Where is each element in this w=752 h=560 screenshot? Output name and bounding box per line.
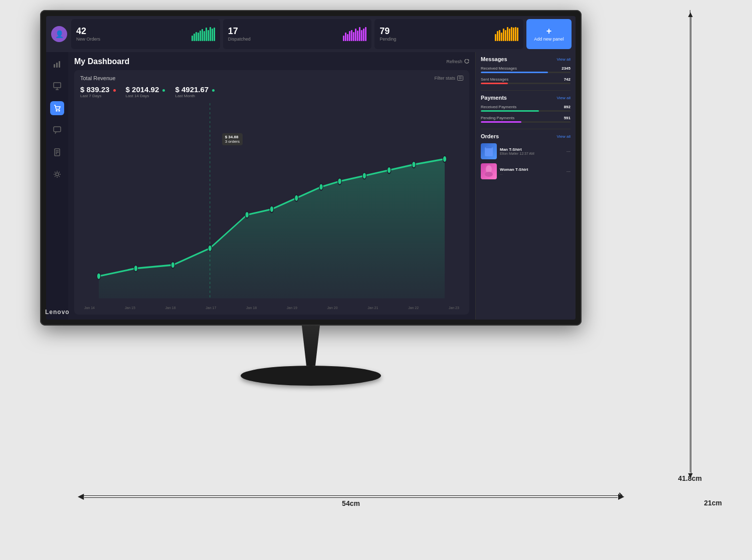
svg-point-21 — [245, 211, 249, 218]
pending-number: 79 — [380, 27, 396, 36]
chart-label-8: Jan 22 — [408, 306, 419, 310]
svg-point-22 — [270, 206, 273, 212]
received-payments-bar — [481, 110, 571, 112]
order-thumb-1 — [481, 163, 497, 179]
order-menu-0[interactable]: ··· — [567, 149, 571, 154]
order-info-1: Woman T-Shirt ... — [500, 167, 563, 175]
svg-rect-14 — [458, 76, 463, 81]
height-dimension: 41.8cm — [678, 10, 702, 482]
received-messages-count: 2345 — [561, 66, 571, 71]
orders-label: New Orders — [76, 37, 100, 42]
tooltip-orders: 3 orders — [225, 139, 240, 144]
svg-point-27 — [387, 167, 391, 173]
svg-point-26 — [362, 172, 366, 179]
add-panel-plus-icon: + — [546, 27, 552, 36]
sidebar-item-chat[interactable] — [50, 123, 64, 137]
sidebar-item-settings[interactable] — [50, 167, 64, 181]
monitor-screen: 👤 42 New Orders — [46, 16, 576, 320]
avatar-area: 👤 — [50, 19, 68, 49]
received-payments-label: Received Payments — [481, 105, 516, 109]
svg-point-13 — [56, 173, 59, 176]
height-line — [691, 14, 691, 476]
sidebar-item-shopping[interactable] — [50, 101, 64, 115]
order-sub-1: ... — [500, 172, 563, 175]
top-stats-bar: 👤 42 New Orders — [46, 16, 576, 52]
divider-1 — [481, 90, 571, 91]
svg-rect-32 — [486, 146, 492, 148]
avatar: 👤 — [51, 26, 67, 42]
order-menu-1[interactable]: ··· — [567, 169, 571, 174]
orders-section: Orders View all — [481, 133, 571, 179]
order-sub-0: Elton Møller 12:37 AM — [500, 152, 563, 155]
revenue-title: Total Revenue — [80, 75, 115, 81]
dispatched-label: Dispatched — [228, 37, 251, 42]
chart-tooltip: $ 34.88 3 orders — [222, 133, 243, 145]
svg-rect-1 — [56, 63, 58, 68]
chart-label-6: Jan 20 — [327, 306, 338, 310]
filter-stats-button[interactable]: Filter stats — [434, 76, 463, 81]
revenue-month-period: Last Month — [175, 94, 215, 98]
revenue-7days: $ 839.23 Last 7 Days — [80, 85, 116, 98]
stat-card-orders: 42 New Orders — [71, 19, 220, 49]
monitor-stand-base — [241, 366, 381, 386]
chart-label-2: Jan 16 — [165, 306, 176, 310]
chart-label-7: Jan 21 — [367, 306, 378, 310]
pending-chart — [495, 27, 518, 41]
sent-messages-fill — [481, 83, 508, 84]
payments-view-all[interactable]: View all — [557, 96, 571, 100]
svg-rect-0 — [54, 64, 55, 68]
received-messages-label: Received Messages — [481, 66, 517, 71]
svg-rect-8 — [54, 127, 61, 132]
svg-point-34 — [485, 172, 493, 177]
orders-number: 42 — [76, 27, 100, 36]
order-thumb-0 — [481, 143, 497, 159]
messages-section: Messages View all Received Messages 2345 — [481, 56, 571, 84]
received-messages-item: Received Messages 2345 — [481, 66, 571, 73]
svg-point-28 — [412, 161, 416, 168]
orders-header: Orders View all — [481, 133, 571, 139]
width-arrow-right: ▶ — [618, 491, 624, 501]
received-payments-item: Received Payments 892 — [481, 105, 571, 112]
add-panel-button[interactable]: + Add new panel — [526, 19, 572, 49]
revenue-month-value: $ 4921.67 — [175, 85, 215, 94]
revenue-14days: $ 2014.92 Last 14 Days — [126, 85, 165, 98]
order-name-0: Man T-Shirt — [500, 147, 563, 152]
right-panel: Messages View all Received Messages 2345 — [475, 52, 576, 320]
dashboard-header: My Dashboard Refresh — [74, 57, 469, 66]
messages-header: Messages View all — [481, 56, 571, 62]
sent-messages-bar — [481, 83, 571, 84]
chart-label-0: Jan 14 — [84, 306, 95, 310]
revenue-14days-period: Last 14 Days — [126, 94, 165, 98]
sidebar — [46, 52, 68, 320]
refresh-label: Refresh — [446, 59, 462, 64]
pending-payments-item: Pending Payments 591 — [481, 116, 571, 123]
pending-payments-bar — [481, 121, 571, 123]
svg-point-19 — [171, 261, 174, 268]
depth-label: 21cm — [704, 499, 722, 507]
received-messages-fill — [481, 72, 548, 73]
svg-rect-2 — [59, 61, 60, 68]
sidebar-item-document[interactable] — [50, 145, 64, 159]
sidebar-item-chart[interactable] — [50, 57, 64, 71]
dashboard-content: My Dashboard Refresh — [68, 52, 475, 320]
stat-card-pending: 79 Pending — [374, 19, 523, 49]
svg-point-17 — [97, 273, 100, 279]
add-panel-label: Add new panel — [534, 37, 564, 42]
received-payments-count: 892 — [564, 105, 571, 109]
orders-title: Orders — [481, 133, 499, 139]
sent-messages-label: Sent Messages — [481, 77, 508, 82]
sent-messages-count: 742 — [564, 77, 571, 82]
messages-title: Messages — [481, 56, 507, 62]
depth-dimension: 21cm — [704, 498, 722, 507]
pending-payments-fill — [481, 121, 521, 123]
pending-payments-count: 591 — [564, 116, 571, 120]
dispatched-chart — [343, 27, 366, 41]
refresh-button[interactable]: Refresh — [446, 59, 469, 64]
width-arrow-left: ◀ — [78, 491, 84, 501]
sidebar-item-presentation[interactable] — [50, 79, 64, 93]
received-payments-fill — [481, 110, 539, 112]
brand-label: Lenovo — [45, 309, 70, 316]
messages-view-all[interactable]: View all — [557, 57, 571, 62]
svg-point-24 — [319, 183, 323, 190]
orders-view-all[interactable]: View all — [557, 134, 571, 139]
